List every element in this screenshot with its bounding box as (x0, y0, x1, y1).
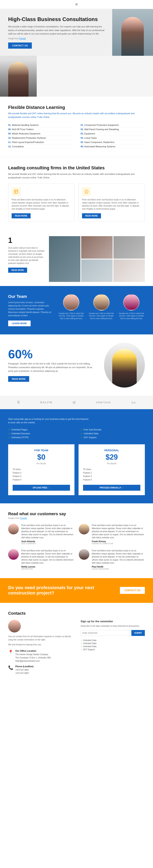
gallery-cell-4 (81, 259, 113, 282)
test-name-3: Stella Larson (21, 565, 74, 568)
dl-subtitle: We provide flexible and 24/7 online lear… (8, 112, 145, 119)
gallery-text-area: 1 Duis autem veleum iriure dolor in hend… (8, 236, 45, 273)
test-role-2: FINANCIAL DIRECTOR (92, 542, 145, 545)
address-title: Our Office Location (15, 650, 51, 652)
sixty-percentage: 60% (8, 348, 98, 360)
leading-title: Leading consulting firms in the United S… (8, 165, 145, 170)
test-avatar-3 (8, 549, 19, 560)
pricing-section: Start using italic app as a hosting for … (0, 409, 153, 503)
plan2-price: $29 (83, 454, 140, 461)
location-icon: 📍 (8, 650, 13, 654)
pricing-features-col1: ✓Unlimited Pages ✓Unlimited Domains ✓Unl… (8, 428, 72, 439)
test-name-2: Frank Kinney (92, 540, 145, 542)
team-member-1-text: Sample text. Click to select the text bo… (58, 312, 85, 320)
gallery-read-more[interactable]: READ MORE (8, 268, 27, 273)
newsletter-feature: ✓24/7 Support (81, 648, 145, 651)
newsletter-input[interactable] (81, 630, 130, 636)
newsletter-title: Sign up for the newsletter (81, 620, 145, 623)
card2-description: Proin sed libero enim sed faucibus turpi… (82, 198, 141, 210)
partner-2: BALVIN (40, 401, 52, 404)
team-learn-more[interactable]: LEARN MORE (8, 320, 31, 326)
card2-read-more[interactable]: READ MORE (82, 213, 101, 218)
pricing-features-col2: ✓Free Sub-Domain ✓Unlimited Data ✓24/7 S… (81, 428, 145, 439)
gallery-cell-3 (113, 236, 145, 259)
team-member-3-text: Sample text. Click to select the text bo… (118, 312, 145, 320)
test-text-4: Proin sed libero enim sed faucibus turpi… (92, 549, 145, 564)
card2-icon (82, 187, 91, 196)
test-avatar-1 (8, 524, 19, 534)
testimonial-1: Proin sed libero enim sed faucibus turpi… (8, 524, 74, 545)
feature-item: ✓Free Sub-Domain (81, 428, 145, 432)
plan2-button[interactable]: Proceed Annually → (83, 485, 140, 491)
newsletter-submit[interactable]: SUBMIT (131, 630, 145, 636)
feature-item: ✓Unlimited HTTPS (8, 436, 72, 439)
cta-contact-button[interactable]: CONTACT US (120, 587, 145, 594)
list-item: 08. Roll-Off Truss Trailers (8, 127, 72, 131)
list-item: 03. Equipment (81, 131, 145, 136)
card1-read-more[interactable]: READ MORE (12, 213, 31, 218)
dl-list-right: 01. Component Production Equipment 02. W… (81, 123, 145, 149)
card1-description: Proin sed libero enim sed faucibus turpi… (12, 198, 71, 210)
partners-section: S BALVIN ⊞ ARMITAGE ʌʌ (0, 396, 153, 409)
list-item: 02. Wall Panel Framing and Sheathing (81, 127, 145, 131)
contacts-description: Use our contact form for all information… (8, 635, 72, 642)
address-line1: The Courtyard, N Doc 1, Umbrella, AB1 (15, 656, 51, 659)
leading-subtitle: We provide flexible and 24/7 online lear… (8, 173, 145, 180)
testimonials-freepik-link[interactable]: Freepik (20, 517, 27, 519)
phone-icon: 📞 (8, 665, 13, 670)
plan1-feature: Feature 4 (13, 478, 70, 482)
plan2-feature: Feature 6 (83, 478, 140, 482)
plan2-feature: Feature 2 (83, 471, 140, 474)
list-item: 11. Plant Layout Experts/Production (8, 140, 72, 145)
test-avatar-4 (79, 549, 89, 560)
team-member-1: Sample text. Click to select the text bo… (58, 294, 85, 320)
address-block: 📍 Our Office Location The Interior Desig… (8, 650, 72, 675)
leading-cards: Proin sed libero enim sed faucibus turpi… (8, 184, 145, 222)
phone-number-2: +972 547 8907 (15, 672, 33, 675)
feature-item: ✓24/7 Support (81, 436, 145, 439)
plan1-price: $0 (13, 454, 70, 461)
contacts-left: Use our contact form for all information… (8, 620, 72, 675)
testimonials-grid: Proin sed libero enim sed faucibus turpi… (8, 524, 145, 570)
partner-4: ARMITAGE (96, 401, 111, 404)
dl-title: Flexible Distance Learning (8, 105, 145, 110)
hero-contact-button[interactable]: CONTACT US (8, 42, 32, 49)
newsletter-feature: ✓Unlimited Data (81, 642, 145, 645)
pricing-card-team: For Team $0 Per Month 75 Users Feature 2… (8, 444, 74, 495)
gallery-description: Duis autem veleum iriure dolor in hendre… (8, 246, 45, 265)
card1-icon (12, 187, 21, 196)
cta-title: Do you need professionals for your next … (8, 585, 116, 596)
distance-learning-section: Flexible Distance Learning We provide fl… (0, 97, 153, 157)
feature-item: ✓Unlimited Pages (8, 428, 72, 432)
test-avatar-2 (79, 524, 89, 534)
plan1-button[interactable]: Upload Free → (13, 485, 70, 491)
test-text-3: Proin sed libero enim sed faucibus turpi… (21, 549, 74, 564)
list-item: 01. Material Handling Systems (8, 123, 72, 127)
gallery-grid (49, 236, 145, 282)
team-section: Our Team Lorem ipsum dolor sit amet, con… (0, 286, 153, 334)
hero2-image (0, 56, 37, 97)
gallery-section: 1 Duis autem veleum iriure dolor in hend… (0, 230, 153, 286)
hero-image-credit: Image from Freepik (8, 37, 105, 40)
plan2-feature: 75 Users (83, 468, 140, 471)
freepik-link[interactable]: Freepik (19, 37, 26, 40)
pricing-intro: Start using italic app as a hosting for … (8, 417, 90, 425)
hero2-section (0, 56, 153, 97)
testimonial-4: Proin sed libero enim sed faucibus turpi… (79, 549, 145, 570)
phone-number-1: +972 547 8907 (15, 669, 33, 672)
testimonial-2: Proin sed libero enim sed faucibus turpi… (79, 524, 145, 545)
phone-title: Phone (Landline) (15, 665, 33, 668)
pricing-features: ✓Unlimited Pages ✓Unlimited Domains ✓Unl… (8, 428, 145, 439)
team-avatar-3 (123, 294, 140, 311)
team-member-3: Sample text. Click to select the text bo… (118, 294, 145, 320)
sixty-read-more[interactable]: READ MORE (8, 376, 29, 382)
pricing-cards: For Team $0 Per Month 75 Users Feature 2… (8, 444, 145, 495)
list-item: 04. Linear Saws (81, 136, 145, 140)
partner-5: ʌʌ (131, 400, 136, 405)
plan2-period: Per Month (83, 463, 140, 465)
testimonial-3: Proin sed libero enim sed faucibus turpi… (8, 549, 74, 570)
list-item: 01. Component Production Equipment (81, 123, 145, 127)
dl-list-left: 01. Material Handling Systems 08. Roll-O… (8, 123, 72, 149)
hamburger-icon[interactable]: ≡ (75, 2, 78, 7)
hero-section: High-Class Business Consultations We pro… (0, 9, 153, 56)
